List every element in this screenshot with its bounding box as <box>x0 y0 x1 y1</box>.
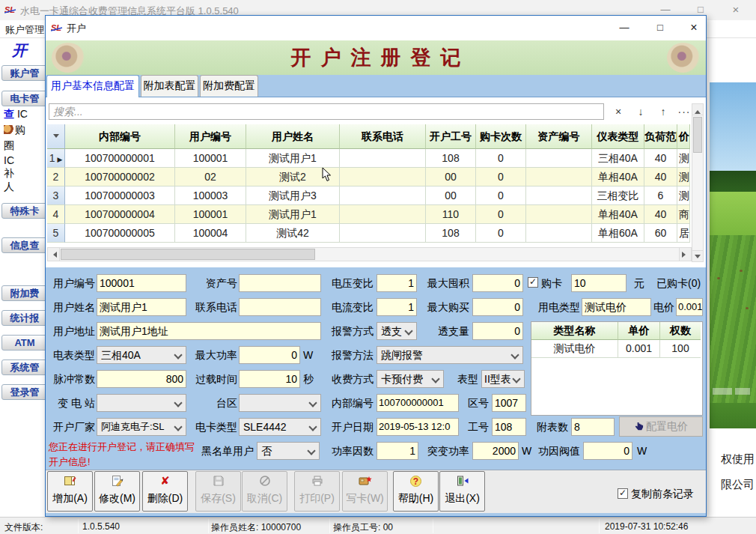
alarm-mode-select[interactable]: 透支 <box>377 322 417 340</box>
blacklist-select[interactable]: 否 <box>257 442 320 460</box>
attach-count-input[interactable]: 8 <box>571 418 615 436</box>
zone-no-input[interactable]: 1007 <box>492 394 526 412</box>
add-button[interactable]: 增加(A) <box>47 471 93 512</box>
grid-row-1[interactable]: 1▶100700000001100001测试用户11080三相40A40测 <box>47 149 692 168</box>
overdraft-input[interactable]: 0 <box>472 322 523 340</box>
search-clear-icon[interactable]: × <box>609 104 628 120</box>
grid-header-用户姓名[interactable]: 用户姓名 <box>246 124 340 149</box>
contact-phone-input[interactable] <box>239 298 321 316</box>
grid-corner-filter-icon[interactable] <box>47 124 65 149</box>
sidebar-group-登录管[interactable]: 登录管 <box>1 384 48 400</box>
grid-header-负荷范围[interactable]: 负荷范围 <box>644 124 677 149</box>
write-card-button[interactable]: 写卡(W) <box>342 471 388 512</box>
purchase-checkbox[interactable] <box>528 277 538 288</box>
sidebar-item-IC[interactable]: 查 IC <box>4 107 47 121</box>
grid-header-用户编号[interactable]: 用户编号 <box>175 124 246 149</box>
sidebar-item-IC[interactable]: IC <box>4 154 47 167</box>
pf-threshold-input[interactable]: 0 <box>583 442 632 460</box>
sidebar-group-附加费[interactable]: 附加费 <box>1 285 48 301</box>
scroll-down-icon[interactable] <box>692 250 703 261</box>
price-input[interactable]: 0.001 <box>676 298 703 316</box>
power-factor-input[interactable]: 1 <box>377 442 418 460</box>
print-button[interactable]: 打印(P) <box>294 471 340 512</box>
sidebar-group-电卡管[interactable]: 电卡管 <box>1 91 48 106</box>
menu-item-account[interactable]: 账户管理 <box>5 23 44 37</box>
grid-header-开户工号[interactable]: 开户工号 <box>426 124 476 149</box>
grid-header-购卡次数[interactable]: 购卡次数 <box>476 124 526 149</box>
save-button[interactable]: 保存(S) <box>195 471 241 512</box>
modify-button[interactable]: 修改(M) <box>94 471 140 512</box>
vendor-select[interactable]: 阿迪克电子:SL <box>97 418 186 436</box>
grid-header-联系电话[interactable]: 联系电话 <box>340 124 426 149</box>
price-col-weight[interactable]: 权数 <box>660 322 701 340</box>
scroll-left-icon[interactable] <box>48 248 60 261</box>
internal-no-input[interactable]: 100700000001 <box>377 394 459 412</box>
grid-row-3[interactable]: 3100700000003100003测试用户3000三相变比6测 <box>47 186 692 205</box>
voltage-ratio-input[interactable]: 1 <box>377 274 417 292</box>
user-name-input[interactable]: 测试用户1 <box>97 298 186 316</box>
sidebar-item-补[interactable]: 补 <box>4 166 47 180</box>
meter-model-select[interactable]: II型表 <box>481 370 525 388</box>
purchase-amount-input[interactable]: 10 <box>571 274 627 292</box>
help-button[interactable]: ?帮助(H) <box>393 471 439 512</box>
delete-button[interactable]: ✘删除(D) <box>142 471 188 512</box>
dialog-close-icon[interactable]: × <box>683 19 705 36</box>
cancel-button[interactable]: 取消(C) <box>242 471 287 512</box>
meter-type-select[interactable]: 三相40A <box>97 346 186 364</box>
overload-time-input[interactable]: 10 <box>239 370 300 388</box>
price-col-name[interactable]: 类型名称 <box>531 322 618 340</box>
sidebar-item-购[interactable]: 购 <box>4 123 47 136</box>
grid-row-2[interactable]: 210070000000202测试2000单相40A40测 <box>47 168 692 186</box>
sidebar-group-信息查[interactable]: 信息查 <box>1 237 48 253</box>
grid-header-价[interactable]: 价 <box>677 124 690 149</box>
max-buy-input[interactable]: 0 <box>472 298 523 316</box>
alarm-method-select[interactable]: 跳闸报警 <box>377 346 523 364</box>
open-date-input[interactable]: 2019-05-13 12:0 <box>377 418 459 436</box>
user-no-input[interactable]: 100001 <box>97 274 186 292</box>
sidebar-group-账户管[interactable]: 账户管 <box>1 65 48 81</box>
grid-row-5[interactable]: 5100700000005100004测试421080单相60A60居 <box>47 224 692 243</box>
grid-header-仪表类型[interactable]: 仪表类型 <box>592 124 644 149</box>
scroll-up-icon[interactable] <box>692 104 703 115</box>
search-input[interactable] <box>49 103 604 120</box>
max-hoard-input[interactable]: 0 <box>472 274 523 292</box>
grid-row-4[interactable]: 4100700000004100001测试用户11100单相40A40商 <box>47 205 692 224</box>
sidebar-group-系统管[interactable]: 系统管 <box>1 359 48 375</box>
search-next-icon[interactable]: ↓ <box>631 104 650 120</box>
scroll-right-icon[interactable] <box>679 248 691 261</box>
work-no-input[interactable]: 108 <box>492 418 526 436</box>
price-col-unit-price[interactable]: 单价 <box>618 322 660 340</box>
sidebar-group-ATM[interactable]: ATM <box>1 335 48 351</box>
sidebar-group-特殊卡[interactable]: 特殊卡 <box>1 203 48 219</box>
tab-attached-meter[interactable]: 附加表配置 <box>141 75 198 97</box>
main-close-icon[interactable]: × <box>723 2 749 17</box>
substation-select[interactable] <box>97 394 186 412</box>
surge-power-input[interactable]: 2000 <box>472 442 519 460</box>
horizontal-scroll-thumb[interactable] <box>61 249 315 260</box>
station-area-select[interactable] <box>239 394 321 412</box>
toolbar-open-account-button[interactable]: 开 <box>12 40 27 61</box>
grid-header-内部编号[interactable]: 内部编号 <box>65 124 175 149</box>
address-input[interactable]: 测试用户1地址 <box>97 322 321 340</box>
vertical-scroll-thumb[interactable] <box>693 117 702 153</box>
tab-surcharge[interactable]: 附加费配置 <box>200 75 258 97</box>
current-ratio-input[interactable]: 1 <box>377 298 417 316</box>
charge-mode-select[interactable]: 卡预付费 <box>377 370 444 388</box>
sidebar-item-圈[interactable]: 圈 <box>4 139 47 152</box>
grid-horizontal-scrollbar[interactable] <box>47 247 692 261</box>
tab-user-basic-info[interactable]: 用户基本信息配置 <box>46 75 139 97</box>
sidebar-item-人[interactable]: 人 <box>4 180 47 193</box>
pulse-const-input[interactable]: 800 <box>97 370 186 388</box>
dialog-minimize-icon[interactable]: — <box>613 19 635 36</box>
copy-prev-checkbox[interactable] <box>618 488 628 499</box>
asset-no-input[interactable] <box>239 274 321 292</box>
grid-header-资产编号[interactable]: 资产编号 <box>526 124 592 149</box>
dialog-maximize-icon[interactable]: □ <box>649 19 671 36</box>
card-type-select[interactable]: SLE4442 <box>239 418 321 436</box>
search-prev-icon[interactable]: ↑ <box>653 104 673 120</box>
price-table-row[interactable]: 测试电价 0.001 100 <box>531 340 702 358</box>
sidebar-group-统计报[interactable]: 统计报 <box>1 310 48 326</box>
exit-button[interactable]: 退出(X) <box>439 471 485 512</box>
grid-vertical-scrollbar[interactable] <box>692 103 704 262</box>
elec-type-input[interactable]: 测试电价 <box>582 298 651 316</box>
